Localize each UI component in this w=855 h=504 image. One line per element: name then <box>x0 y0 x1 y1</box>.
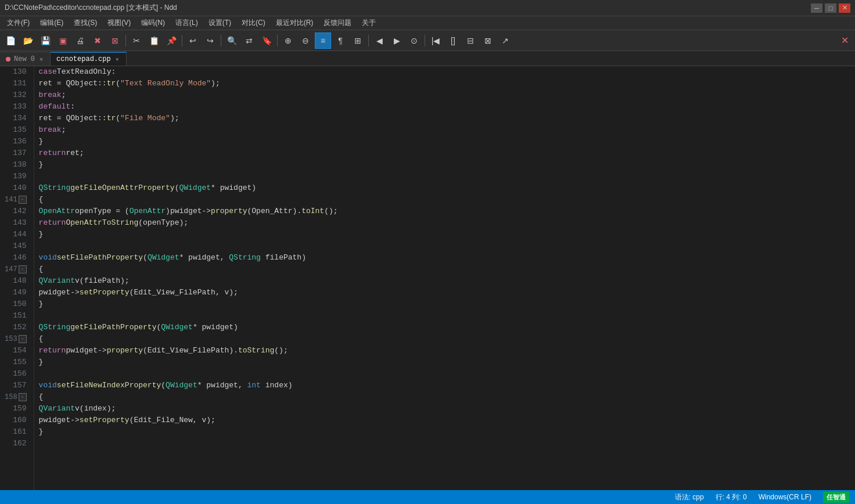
align-button[interactable]: ⊟ <box>462 33 479 49</box>
code-line <box>39 310 850 322</box>
line-number: 148 <box>5 275 29 287</box>
tab-bar: New 0 ✕ ccnotepad.cpp ✕ <box>0 51 855 66</box>
paste-button[interactable]: 📌 <box>163 33 179 49</box>
close-file-button[interactable]: ▣ <box>55 33 71 49</box>
line-number: 145 <box>5 240 29 252</box>
save-file-button[interactable]: 💾 <box>37 33 53 49</box>
menu-settings[interactable]: 设置(T) <box>204 17 236 29</box>
code-line: QVariant v(filePath); <box>39 275 850 287</box>
fold-indicator[interactable]: - <box>19 393 27 401</box>
menu-edit[interactable]: 编辑(E) <box>35 17 68 29</box>
zoom-out-button[interactable]: ⊖ <box>297 33 314 49</box>
code-line: OpenAttr openType = (OpenAttr)pwidget->p… <box>39 206 850 217</box>
tab-ccnotepad-close[interactable]: ✕ <box>114 55 120 63</box>
line-number: 149 <box>5 287 29 298</box>
tab-new0-label: New 0 <box>14 55 35 63</box>
line-number: 147- <box>5 264 29 275</box>
menu-recent-compare[interactable]: 最近对比(R) <box>271 17 318 29</box>
print-button[interactable]: 🖨 <box>72 33 88 49</box>
tab-ccnotepad[interactable]: ccnotepad.cpp ✕ <box>51 52 127 66</box>
toolbar-close-button[interactable]: ✕ <box>836 33 853 49</box>
code-line: { <box>39 333 850 345</box>
find-button[interactable]: 🔍 <box>224 33 240 49</box>
code-line: void setFilePathProperty(QWidget* pwidge… <box>39 252 850 264</box>
prev-button[interactable]: ◀ <box>371 33 387 49</box>
split-button[interactable]: [] <box>445 33 461 49</box>
copy-button[interactable]: 📋 <box>146 33 162 49</box>
line-number: 133 <box>5 101 29 113</box>
menu-encode[interactable]: 编码(N) <box>136 17 170 29</box>
line-number: 131 <box>5 78 29 89</box>
toolbar: 📄 📂 💾 ▣ 🖨 ✖ ⊠ ✂ 📋 📌 ↩ ↪ 🔍 ⇄ 🔖 ⊕ ⊖ ≡ ¶ ⊞ … <box>0 30 855 51</box>
menu-feedback[interactable]: 反馈问题 <box>319 17 356 29</box>
menu-lang[interactable]: 语言(L) <box>171 17 203 29</box>
code-line: { <box>39 391 850 403</box>
indent-button[interactable]: ⊞ <box>350 33 366 49</box>
next-button[interactable]: ▶ <box>389 33 405 49</box>
status-bar: 语法: cpp 行: 4 列: 0 Windows(CR LF) 任智通 <box>0 490 855 504</box>
line-number: 150 <box>5 298 29 310</box>
menu-about[interactable]: 关于 <box>357 17 380 29</box>
code-line: QString getFilePathProperty(QWidget* pwi… <box>39 322 850 333</box>
line-number: 143 <box>5 217 29 229</box>
code-line <box>39 240 850 252</box>
line-number: 130 <box>5 66 29 78</box>
line-numbers: 130131132133134135136137138139140141-142… <box>0 66 34 490</box>
toolbar-separator-4 <box>277 35 278 46</box>
redo-button[interactable]: ↪ <box>202 33 218 49</box>
export-button[interactable]: ↗ <box>497 33 513 49</box>
close-other-button[interactable]: ⊠ <box>107 33 123 49</box>
fold-indicator[interactable]: - <box>19 265 27 273</box>
line-number: 142 <box>5 206 29 217</box>
code-line: } <box>39 159 850 171</box>
toolbar-separator-2 <box>182 35 182 46</box>
line-number: 162 <box>5 438 29 449</box>
tab-modified-indicator <box>6 57 10 62</box>
toolbar-separator-6 <box>425 35 425 46</box>
new-file-button[interactable]: 📄 <box>2 33 19 49</box>
open-file-button[interactable]: 📂 <box>20 33 36 49</box>
code-line: } <box>39 136 850 147</box>
tree-button[interactable]: ⊠ <box>480 33 496 49</box>
line-number: 140 <box>5 182 29 194</box>
cut-button[interactable]: ✂ <box>128 33 145 49</box>
code-line: } <box>39 357 850 368</box>
fold-indicator[interactable]: - <box>19 196 27 204</box>
tab-new0-close[interactable]: ✕ <box>38 55 44 63</box>
tab-new0[interactable]: New 0 ✕ <box>0 52 51 66</box>
line-number: 137 <box>5 147 29 159</box>
status-encoding: Windows(CR LF) <box>759 493 811 501</box>
wordwrap-button[interactable]: ≡ <box>315 33 331 49</box>
maximize-button[interactable]: □ <box>825 3 836 13</box>
code-line: ret = QObject::tr("Text ReadOnly Mode"); <box>39 78 850 89</box>
zoom-in-button[interactable]: ⊕ <box>280 33 296 49</box>
line-number: 156 <box>5 368 29 380</box>
line-number: 153- <box>5 333 29 345</box>
menu-file[interactable]: 文件(F) <box>2 17 34 29</box>
bookmark-button[interactable]: 🔖 <box>258 33 275 49</box>
menu-find[interactable]: 查找(S) <box>69 17 102 29</box>
menu-view[interactable]: 视图(V) <box>103 17 135 29</box>
undo-button[interactable]: ↩ <box>185 33 201 49</box>
first-button[interactable]: |◀ <box>427 33 444 49</box>
status-right: 语法: cpp 行: 4 列: 0 Windows(CR LF) 任智通 <box>675 492 849 503</box>
code-line: default: <box>39 101 850 113</box>
fold-indicator[interactable]: - <box>19 335 27 343</box>
close-button[interactable]: ✕ <box>839 3 850 13</box>
minimize-button[interactable]: ─ <box>811 3 822 13</box>
pilcrow-button[interactable]: ¶ <box>332 33 349 49</box>
close-all-button[interactable]: ✖ <box>89 33 106 49</box>
sync-button[interactable]: ⊙ <box>406 33 422 49</box>
code-line: break; <box>39 124 850 136</box>
code-area[interactable]: case TextReadOnly: ret = QObject::tr("Te… <box>34 66 855 490</box>
code-line: break; <box>39 89 850 101</box>
code-line: return ret; <box>39 147 850 159</box>
code-container: 130131132133134135136137138139140141-142… <box>0 66 855 490</box>
line-number: 136 <box>5 136 29 147</box>
code-line: } <box>39 426 850 438</box>
status-line-col: 行: 4 列: 0 <box>716 492 747 502</box>
menu-compare[interactable]: 对比(C) <box>237 17 270 29</box>
line-number: 132 <box>5 89 29 101</box>
replace-button[interactable]: ⇄ <box>241 33 257 49</box>
code-line: { <box>39 264 850 275</box>
